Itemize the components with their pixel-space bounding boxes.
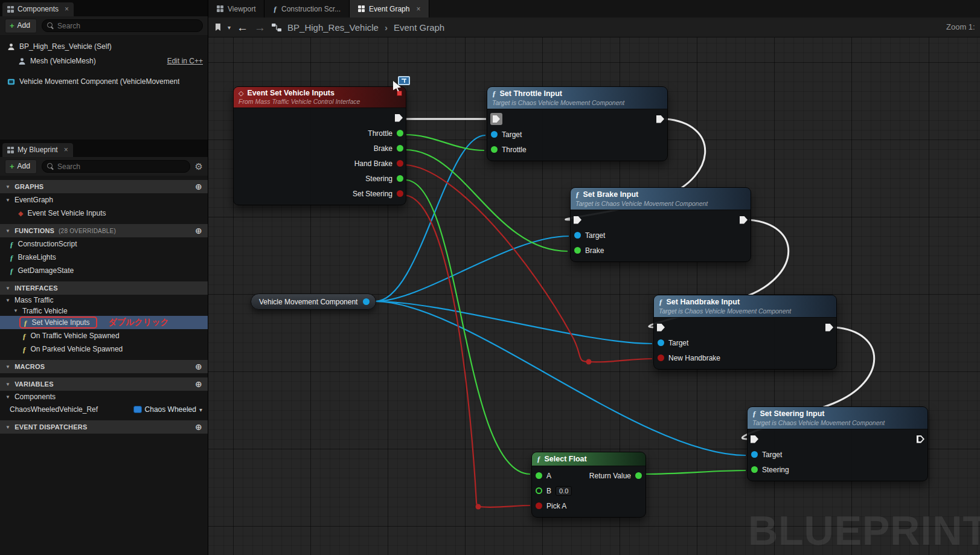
collapse-arrow-icon[interactable]: ▼ [5, 364, 10, 370]
b-input-pin[interactable] [536, 487, 542, 494]
wire-set-steering-event-to-select-float-pick-a[interactable] [405, 195, 530, 507]
close-icon[interactable]: × [416, 5, 420, 13]
exec-output-pin[interactable] [825, 324, 833, 332]
function-row-brakelights[interactable]: ƒ BrakeLights [0, 251, 208, 264]
add-macro-icon[interactable]: ⊕ [195, 362, 202, 371]
event-dispatchers-section-header[interactable]: ▼ EVENT DISPATCHERS ⊕ [0, 420, 208, 434]
node-header[interactable]: ƒ Set Steering Input Target is Chaos Veh… [748, 407, 927, 429]
node-vehicle-movement-component[interactable]: Vehicle Movement Component [251, 294, 376, 310]
node-header[interactable]: ◇ Event Set Vehicle Inputs From Mass Tra… [234, 87, 406, 108]
interfaces-section-header[interactable]: ▼ INTERFACES [0, 281, 208, 295]
function-row-getdamagestate[interactable]: ƒ GetDamageState [0, 264, 208, 277]
exec-output-pin[interactable] [656, 115, 664, 123]
target-input-pin[interactable] [574, 232, 581, 239]
forward-button[interactable]: → [254, 22, 266, 33]
variables-section-header[interactable]: ▼ VARIABLES ⊕ [0, 377, 208, 391]
tab-construction-script[interactable]: ƒ Construction Scr... [264, 0, 350, 18]
collapse-arrow-icon[interactable]: ▼ [5, 184, 10, 190]
event-set-vehicle-inputs-row[interactable]: ◆ Event Set Vehicle Inputs [0, 207, 208, 220]
variable-row-chaoswheeledvehicle-ref[interactable]: ChaosWheeledVehicle_Ref Chaos Wheeled ▾ [0, 403, 208, 416]
graph-canvas[interactable]: ◇ Event Set Vehicle Inputs From Mass Tra… [208, 37, 980, 555]
set-steering-output-pin[interactable] [397, 190, 403, 197]
components-search[interactable] [42, 19, 203, 32]
interface-row-on-traffic-vehicle-spawned[interactable]: ƒ On Traffic Vehicle Spawned [0, 329, 208, 342]
node-set-steering-input[interactable]: ƒ Set Steering Input Target is Chaos Veh… [747, 406, 928, 481]
throttle-input-pin[interactable] [491, 146, 498, 153]
exec-input-pin[interactable] [574, 216, 581, 224]
component-row-vehicle-movement[interactable]: Vehicle Movement Component (VehicleMovem… [0, 74, 208, 89]
variables-category-components[interactable]: ▼ Components [0, 391, 208, 403]
pick-a-input-pin[interactable] [536, 502, 542, 509]
reroute-node-handbrake[interactable] [586, 359, 592, 365]
exec-output-pin[interactable] [395, 114, 403, 122]
tab-event-graph[interactable]: Event Graph × [350, 0, 429, 18]
node-header[interactable]: ƒ Set Brake Input Target is Chaos Vehicl… [571, 188, 751, 210]
brake-input-pin[interactable] [574, 247, 581, 254]
interface-subgroup-traffic-vehicle[interactable]: ▼ Traffic Vehicle [0, 306, 208, 316]
node-select-float[interactable]: ƒ Select Float A Return Value [531, 452, 646, 518]
bookmark-icon[interactable] [214, 23, 222, 31]
collapse-arrow-icon[interactable]: ▼ [5, 394, 10, 400]
target-input-pin[interactable] [751, 451, 758, 458]
collapse-arrow-icon[interactable]: ▼ [5, 425, 10, 430]
add-function-icon[interactable]: ⊕ [195, 226, 202, 235]
add-graph-icon[interactable]: ⊕ [195, 182, 202, 191]
throttle-output-pin[interactable] [397, 130, 403, 136]
b-value-input[interactable]: 0.0 [556, 486, 572, 496]
wire-throttle-event-to-set-throttle[interactable] [405, 135, 484, 150]
my-blueprint-tab[interactable]: My Blueprint × [2, 143, 73, 157]
tab-viewport[interactable]: Viewport [208, 0, 264, 18]
component-row-self[interactable]: BP_High_Res_Vehicle (Self) [0, 39, 208, 54]
new-handbrake-input-pin[interactable] [658, 354, 664, 361]
back-button[interactable]: ← [237, 22, 248, 33]
chevron-down-icon[interactable]: ▾ [228, 24, 231, 31]
target-input-pin[interactable] [491, 131, 498, 138]
exec-input-pin[interactable] [657, 324, 665, 332]
reroute-node-pick-a[interactable] [476, 504, 481, 510]
components-search-input[interactable] [57, 22, 197, 30]
collapse-arrow-icon[interactable]: ▼ [5, 197, 10, 203]
edit-in-cpp-link[interactable]: Edit in C++ [167, 57, 203, 65]
hand-brake-output-pin[interactable] [397, 160, 403, 167]
node-header[interactable]: ƒ Set Throttle Input Target is Chaos Veh… [487, 87, 667, 109]
exec-output-pin[interactable] [740, 216, 748, 224]
node-header[interactable]: ƒ Select Float [532, 452, 645, 466]
collapse-arrow-icon[interactable]: ▼ [5, 286, 10, 291]
vehicle-movement-output-pin[interactable] [363, 298, 370, 305]
brake-output-pin[interactable] [397, 145, 403, 152]
collapse-arrow-icon[interactable]: ▼ [13, 308, 18, 313]
return-value-output-pin[interactable] [635, 472, 642, 479]
function-row-constructionscript[interactable]: ƒ ConstructionScript [0, 237, 208, 251]
exec-input-pin[interactable] [751, 435, 758, 443]
interface-row-set-vehicle-inputs[interactable]: ƒ Set Vehicle Inputs ダブルクリック [0, 316, 208, 329]
collapse-arrow-icon[interactable]: ▼ [5, 228, 10, 234]
graphs-section-header[interactable]: ▼ GRAPHS ⊕ [0, 180, 208, 193]
node-set-handbrake-input[interactable]: ƒ Set Handbrake Input Target is Chaos Ve… [653, 295, 837, 370]
my-blueprint-search-input[interactable] [57, 162, 185, 171]
a-input-pin[interactable] [536, 472, 542, 479]
node-set-brake-input[interactable]: ƒ Set Brake Input Target is Chaos Vehicl… [570, 187, 751, 262]
exec-input-pin[interactable] [493, 115, 500, 123]
breadcrumb-current[interactable]: Event Graph [394, 22, 444, 33]
component-row-mesh[interactable]: Mesh (VehicleMesh) Edit in C++ [0, 54, 208, 68]
wire-brake-event-to-set-brake[interactable] [405, 150, 568, 251]
node-set-throttle-input[interactable]: ƒ Set Throttle Input Target is Chaos Veh… [487, 86, 668, 161]
add-blueprint-item-button[interactable]: + Add [5, 159, 37, 174]
breadcrumb-root[interactable]: BP_High_Res_Vehicle [287, 22, 379, 33]
gear-icon[interactable]: ⚙ [195, 161, 203, 172]
add-event-dispatcher-icon[interactable]: ⊕ [195, 423, 202, 431]
steering-input-pin[interactable] [751, 466, 758, 473]
wire-steering-event-to-select-float[interactable] [405, 180, 530, 474]
my-blueprint-search[interactable] [42, 160, 190, 173]
functions-section-header[interactable]: ▼ FUNCTIONS (28 OVERRIDABLE) ⊕ [0, 224, 208, 237]
interface-row-on-parked-vehicle-spawned[interactable]: ƒ On Parked Vehicle Spawned [0, 342, 208, 356]
target-input-pin[interactable] [658, 339, 664, 346]
close-icon[interactable]: × [65, 5, 69, 13]
collapse-arrow-icon[interactable]: ▼ [5, 298, 10, 303]
interface-group-mass-traffic[interactable]: ▼ Mass Traffic [0, 295, 208, 306]
node-header[interactable]: ƒ Set Handbrake Input Target is Chaos Ve… [654, 295, 836, 318]
add-component-button[interactable]: + Add [5, 19, 37, 33]
wire-target-vehicle-movement-to-set-handbrake[interactable] [375, 301, 652, 344]
wire-return-value-select-float-to-set-steering[interactable] [645, 470, 746, 474]
collapse-arrow-icon[interactable]: ▼ [5, 382, 10, 387]
